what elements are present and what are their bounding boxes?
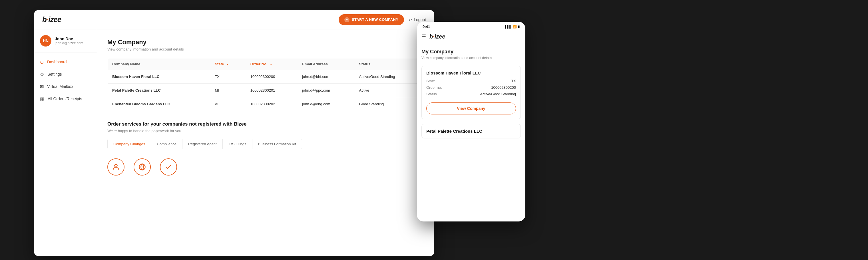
avatar: HN xyxy=(40,35,52,46)
mobile-detail-order-row: Order no. 100002300200 xyxy=(426,85,516,90)
services-title: Order services for your companies not re… xyxy=(107,121,424,127)
cell-email: john.d@ebg.com xyxy=(298,97,354,111)
view-company-button[interactable]: View Company xyxy=(426,102,516,115)
sidebar: HN John Doe john.d@bizee.com ⊙ Dashboard… xyxy=(34,29,97,256)
content-area: My Company View company information and … xyxy=(97,29,434,256)
tab-registered-agent[interactable]: Registered Agent xyxy=(182,139,223,149)
start-icon: + xyxy=(344,17,349,22)
cell-company-name: Petal Palette Creations LLC xyxy=(107,83,211,97)
mobile-order-value: 100002300200 xyxy=(491,85,516,90)
settings-icon: ⚙ xyxy=(40,72,44,77)
wifi-icon: 📶 xyxy=(513,25,517,29)
order-sort-arrow: ▼ xyxy=(270,63,272,66)
tab-company-changes[interactable]: Company Changes xyxy=(107,139,151,149)
mobile-logo: b·izee xyxy=(429,33,445,40)
battery-icon: ▮ xyxy=(518,25,520,29)
state-sort-arrow: ▼ xyxy=(226,63,229,66)
dashboard-icon: ⊙ xyxy=(40,59,44,65)
service-icon-3 xyxy=(160,158,177,175)
page-subtitle: View company information and account det… xyxy=(107,47,424,52)
mobile-window: 9:41 ▌▌▌ 📶 ▮ ☰ b·izee My Company View co… xyxy=(417,22,525,222)
user-info: HN John Doe john.d@bizee.com xyxy=(34,35,97,53)
tab-compliance[interactable]: Compliance xyxy=(151,139,182,149)
table-row[interactable]: Petal Palette Creations LLC MI 100002300… xyxy=(107,83,424,97)
start-company-label: START A NEW COMPANY xyxy=(352,18,398,22)
user-name: John Doe xyxy=(55,36,83,41)
service-icons-row xyxy=(107,158,424,175)
mobile-detail-state-row: State TX xyxy=(426,79,516,83)
cell-email: john.d@bhf.com xyxy=(298,70,354,83)
mobile-status-value: Active/Good Standing xyxy=(480,92,516,96)
svg-point-0 xyxy=(115,164,117,167)
sidebar-item-settings[interactable]: ⚙ Settings xyxy=(34,68,97,80)
sidebar-item-mailbox[interactable]: ✉ Virtual Mailbox xyxy=(34,80,97,93)
user-details: John Doe john.d@bizee.com xyxy=(55,36,83,45)
mobile-menu-icon[interactable]: ☰ xyxy=(422,33,426,40)
cell-company-name: Enchanted Blooms Gardens LLC xyxy=(107,97,211,111)
service-circle-2 xyxy=(134,158,151,175)
table-row[interactable]: Enchanted Blooms Gardens LLC AL 10000230… xyxy=(107,97,424,111)
logout-button[interactable]: ↩ Logout xyxy=(409,18,426,22)
mobile-page-title: My Company xyxy=(422,49,521,55)
sidebar-item-orders[interactable]: ▦ All Orders/Receipts xyxy=(34,93,97,105)
mobile-company-card-1: Blossom Haven Floral LLC State TX Order … xyxy=(422,66,521,119)
sidebar-dashboard-label: Dashboard xyxy=(47,60,67,64)
cell-order-no: 100002300200 xyxy=(246,70,298,83)
cell-order-no: 100002300202 xyxy=(246,97,298,111)
sidebar-item-dashboard[interactable]: ⊙ Dashboard xyxy=(34,56,97,68)
orders-icon: ▦ xyxy=(40,96,44,102)
cell-status: Active xyxy=(354,83,424,97)
main-area: HN John Doe john.d@bizee.com ⊙ Dashboard… xyxy=(34,29,434,256)
sidebar-mailbox-label: Virtual Mailbox xyxy=(47,84,73,89)
cell-state: AL xyxy=(210,97,246,111)
sidebar-orders-label: All Orders/Receipts xyxy=(48,96,82,101)
mobile-status-label: Status xyxy=(426,92,437,96)
mailbox-icon: ✉ xyxy=(40,84,44,89)
mobile-status-icons: ▌▌▌ 📶 ▮ xyxy=(505,25,520,29)
mobile-company-card-2: Petal Palette Creations LLC xyxy=(422,124,521,138)
logout-icon: ↩ xyxy=(409,18,412,22)
service-circle-1 xyxy=(107,158,124,175)
page-title: My Company xyxy=(107,38,424,46)
mobile-page-subtitle: View company information and account det… xyxy=(422,56,521,60)
mobile-time: 9:41 xyxy=(423,25,430,29)
cell-company-name: Blossom Haven Floral LLC xyxy=(107,70,211,83)
col-email: Email Address xyxy=(298,58,354,70)
services-subtitle: We're happy to handle the paperwork for … xyxy=(107,129,424,133)
start-company-button[interactable]: + START A NEW COMPANY xyxy=(339,14,404,25)
top-bar: b·izee + START A NEW COMPANY ↩ Logout xyxy=(34,10,434,29)
cell-status: Good Standing xyxy=(354,97,424,111)
service-icon-1 xyxy=(107,158,124,175)
col-order-no[interactable]: Order No. ▼ xyxy=(246,58,298,70)
mobile-state-value: TX xyxy=(511,79,516,83)
desktop-window: b·izee + START A NEW COMPANY ↩ Logout HN xyxy=(34,10,434,256)
col-status: Status xyxy=(354,58,424,70)
cell-state: MI xyxy=(210,83,246,97)
mobile-state-label: State xyxy=(426,79,435,83)
service-tabs: Company Changes Compliance Registered Ag… xyxy=(107,139,302,149)
service-circle-3 xyxy=(160,158,177,175)
cell-state: TX xyxy=(210,70,246,83)
mobile-content: My Company View company information and … xyxy=(417,43,525,149)
service-icon-2 xyxy=(134,158,151,175)
cell-email: john.d@ppc.com xyxy=(298,83,354,97)
top-bar-right: + START A NEW COMPANY ↩ Logout xyxy=(339,14,426,25)
mobile-detail-status-row: Status Active/Good Standing xyxy=(426,92,516,96)
col-company-name: Company Name xyxy=(107,58,211,70)
mobile-company-name-1: Blossom Haven Floral LLC xyxy=(426,70,516,75)
tab-irs-filings[interactable]: IRS Filings xyxy=(223,139,252,149)
mobile-order-label: Order no. xyxy=(426,85,442,90)
user-email: john.d@bizee.com xyxy=(55,41,83,45)
mobile-company-name-2: Petal Palette Creations LLC xyxy=(426,129,516,134)
mobile-top-bar: ☰ b·izee xyxy=(417,31,525,43)
mobile-status-bar: 9:41 ▌▌▌ 📶 ▮ xyxy=(417,22,525,31)
table-row[interactable]: Blossom Haven Floral LLC TX 100002300200… xyxy=(107,70,424,83)
cell-status: Active/Good Standing xyxy=(354,70,424,83)
col-state[interactable]: State ▼ xyxy=(210,58,246,70)
tab-business-formation[interactable]: Business Formation Kit xyxy=(252,139,302,149)
sidebar-settings-label: Settings xyxy=(48,72,62,76)
company-table: Company Name State ▼ Order No. ▼ Email A… xyxy=(107,58,424,111)
logout-label: Logout xyxy=(414,18,426,22)
cell-order-no: 100002300201 xyxy=(246,83,298,97)
signal-icon: ▌▌▌ xyxy=(505,25,512,28)
